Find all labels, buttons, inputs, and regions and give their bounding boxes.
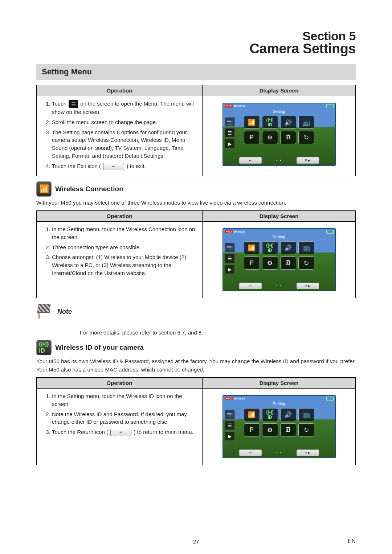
tab-menu-icon: ☰ xyxy=(225,420,235,430)
list-item: Touch the Exit icon ( ↩ ) to exit. xyxy=(52,162,199,170)
format-icon: 🗓 xyxy=(280,257,296,270)
page-dots: • • xyxy=(276,284,282,288)
time-setting-icon: ⚙ xyxy=(262,131,278,144)
list-item: Three connection types are possible. xyxy=(52,243,199,251)
screen-setting-label: Setting xyxy=(273,235,285,239)
table-wireless-id: Operation Display Screen In the Setting … xyxy=(36,377,356,465)
wifi-icon: 📶 xyxy=(244,116,260,129)
tab-camera-icon: 📷 xyxy=(225,410,235,419)
tab-play-icon: ▶ xyxy=(225,139,235,148)
list-item: Touch the Return icon ( ↩ ) to return to… xyxy=(52,428,199,436)
tv-icon: 📺 xyxy=(298,408,314,421)
format-icon: 🗓 xyxy=(280,423,296,436)
th-display-screen: Display Screen xyxy=(203,211,356,222)
tab-camera-icon: 📷 xyxy=(225,243,235,252)
page-dots: • • xyxy=(276,159,282,162)
format-icon: 🗓 xyxy=(280,131,296,144)
list-item: Touch ☰ on the screen to open the Menu. … xyxy=(52,100,199,116)
section-title: Camera Settings xyxy=(36,41,356,57)
screen-setting-label: Setting xyxy=(273,402,285,406)
wifi-id-icon: ((•))ID xyxy=(262,408,278,421)
th-operation: Operation xyxy=(37,211,203,222)
language-icon: P xyxy=(244,131,260,144)
default-icon: ↻ xyxy=(298,257,314,270)
table-row: In the Setting menu, touch the Wireless … xyxy=(37,389,203,465)
wireless-id-intro: Your t450 has its own Wireless ID & Pass… xyxy=(36,357,356,374)
default-icon: ↻ xyxy=(298,423,314,436)
play-button: P ▶ xyxy=(297,283,319,289)
language-icon: P xyxy=(244,423,260,436)
rec-time: 00:06:30 xyxy=(233,230,245,233)
camera-screen-mock: FHD 00:06:30 Setting 📷 ☰ ▶ 📶 ((•))ID 🔊 📺 xyxy=(222,103,336,166)
tv-icon: 📺 xyxy=(298,241,314,254)
default-icon: ↻ xyxy=(298,131,314,144)
back-button: ↩ xyxy=(239,283,262,289)
exit-icon: ↩ xyxy=(103,163,124,170)
note-text: For more details, please refer to sectio… xyxy=(80,329,356,336)
exit-icon: ↩ xyxy=(110,429,131,436)
list-item: The Setting page contains 8 options for … xyxy=(52,128,199,160)
back-button: ↩ xyxy=(239,157,262,164)
list-item: Note the Wireless ID and Password. If de… xyxy=(52,410,199,426)
wifi-id-icon: ((•))ID xyxy=(36,340,52,355)
list-item: Choose amongst: (1) Wireless to your Mob… xyxy=(52,253,199,277)
page-dots: • • xyxy=(276,451,282,455)
section-header: Section 5 Camera Settings xyxy=(36,29,356,57)
sound-icon: 🔊 xyxy=(280,241,296,254)
battery-icon xyxy=(326,230,334,234)
wireless-connection-intro: With your t450 you may select one of thr… xyxy=(36,199,356,207)
tab-menu-icon: ☰ xyxy=(225,128,235,138)
language-icon: P xyxy=(244,257,260,270)
battery-icon xyxy=(326,397,334,401)
camera-screen-mock: FHD 00:06:30 Setting 📷 ☰ ▶ 📶 ((•))ID 🔊 📺 xyxy=(222,395,336,458)
time-setting-icon: ⚙ xyxy=(262,257,278,270)
play-button: P ▶ xyxy=(297,450,319,456)
heading-text: Wireless ID of your camera xyxy=(55,344,144,352)
table-setting-menu: Operation Display Screen Touch ☰ on the … xyxy=(36,85,356,176)
tab-play-icon: ▶ xyxy=(225,431,235,441)
camera-screen-mock: FHD 00:06:30 Setting 📷 ☰ ▶ 📶 ((•))ID 🔊 📺 xyxy=(222,228,336,291)
wifi-id-icon: ((•))ID xyxy=(262,241,278,254)
note-label: Note xyxy=(57,308,72,316)
wifi-icon: 📶 xyxy=(244,241,260,254)
menu-icon: ☰ xyxy=(69,100,78,108)
fhd-badge: FHD xyxy=(225,397,233,400)
tv-icon: 📺 xyxy=(298,116,314,129)
page-number: 27 xyxy=(193,538,199,545)
battery-icon xyxy=(326,104,334,108)
table-wireless-connection: Operation Display Screen In the Setting … xyxy=(36,210,356,298)
heading-wireless-id: ((•))ID Wireless ID of your camera xyxy=(36,340,356,355)
note-block: Note xyxy=(36,303,356,320)
wifi-icon: 📶 xyxy=(244,408,260,421)
th-display-screen: Display Screen xyxy=(203,85,356,96)
heading-wireless-connection: 📶 Wireless Connection xyxy=(36,181,356,197)
note-flag-icon xyxy=(36,303,53,320)
tab-menu-icon: ☰ xyxy=(225,254,235,263)
back-button: ↩ xyxy=(239,450,262,456)
display-screen-cell: FHD 00:06:30 Setting 📷 ☰ ▶ 📶 ((•))ID 🔊 📺 xyxy=(203,96,356,176)
setting-menu-heading: Setting Menu xyxy=(36,64,356,80)
screen-setting-label: Setting xyxy=(273,109,285,114)
heading-text: Wireless Connection xyxy=(55,185,123,193)
th-operation: Operation xyxy=(37,378,203,389)
th-display-screen: Display Screen xyxy=(203,378,356,389)
fhd-badge: FHD xyxy=(225,230,233,233)
lang-label: EN xyxy=(348,538,356,545)
fhd-badge: FHD xyxy=(225,104,233,108)
rec-time: 00:06:30 xyxy=(233,397,245,400)
list-item: In the Setting menu, touch the Wireless … xyxy=(52,392,199,408)
tab-camera-icon: 📷 xyxy=(225,117,235,127)
list-item: In the Setting menu, touch the Wireless … xyxy=(52,225,199,241)
page-footer: 27 EN xyxy=(36,538,356,545)
display-screen-cell: FHD 00:06:30 Setting 📷 ☰ ▶ 📶 ((•))ID 🔊 📺 xyxy=(203,222,356,298)
tab-play-icon: ▶ xyxy=(225,264,235,274)
display-screen-cell: FHD 00:06:30 Setting 📷 ☰ ▶ 📶 ((•))ID 🔊 📺 xyxy=(203,389,356,465)
wifi-id-icon: ((•))ID xyxy=(262,116,278,129)
wifi-icon: 📶 xyxy=(36,181,52,197)
page: Section 5 Camera Settings Setting Menu O… xyxy=(0,0,392,554)
table-row: Touch ☰ on the screen to open the Menu. … xyxy=(37,96,203,176)
sound-icon: 🔊 xyxy=(280,408,296,421)
time-setting-icon: ⚙ xyxy=(262,423,278,436)
th-operation: Operation xyxy=(37,85,203,96)
list-item: Scroll the menu screen to change the pag… xyxy=(52,118,199,126)
